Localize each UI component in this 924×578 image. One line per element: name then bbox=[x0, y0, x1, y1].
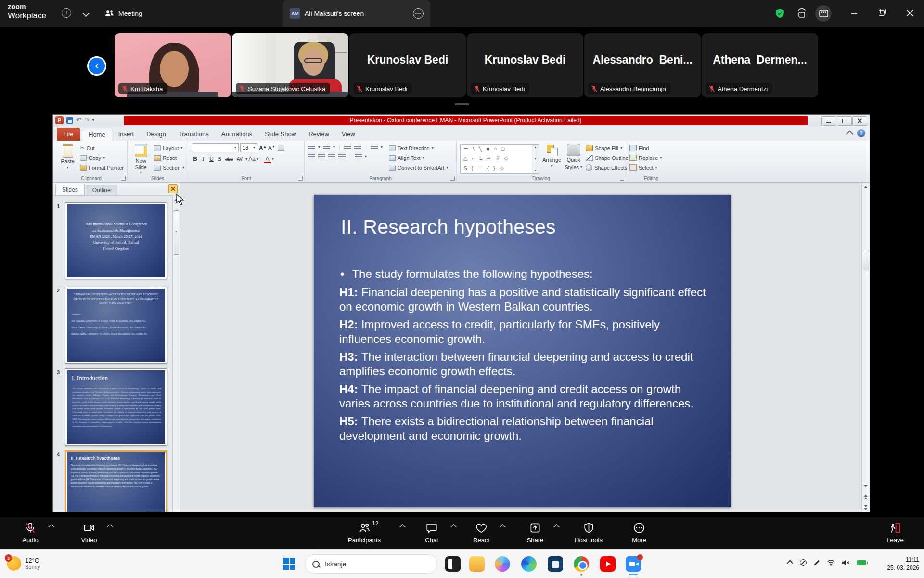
taskbar-app-copilot[interactable] bbox=[495, 556, 510, 572]
do-not-disturb-icon[interactable] bbox=[800, 559, 807, 566]
shapes-row-3[interactable]: S ( ⌒ { } ☆ bbox=[463, 165, 529, 172]
align-center-icon[interactable] bbox=[318, 154, 325, 159]
replace-button[interactable]: Replace▾ bbox=[629, 154, 662, 162]
chat-options-chevron[interactable] bbox=[450, 524, 457, 530]
shapes-row-1[interactable]: ▭ \ ╲ ■ ○ □ bbox=[463, 146, 529, 152]
collapse-strip-button[interactable]: ‹ bbox=[87, 56, 106, 76]
underline-button[interactable]: U bbox=[208, 155, 215, 163]
strip-drag-handle[interactable] bbox=[455, 103, 469, 105]
taskbar-app-file-explorer[interactable] bbox=[469, 556, 485, 572]
taskbar-clock[interactable]: 11:11 25. 03. 2026 bbox=[887, 556, 919, 572]
window-minimize-button[interactable] bbox=[851, 13, 857, 14]
select-button[interactable]: Select▾ bbox=[629, 163, 662, 171]
taskbar-app-youtube[interactable] bbox=[600, 556, 616, 572]
share-button[interactable]: Share bbox=[518, 521, 552, 544]
align-text-button[interactable]: Align Text▾ bbox=[389, 154, 448, 162]
video-tile-suzana[interactable]: Suzana Stojakovic Celustka bbox=[232, 33, 348, 97]
ppt-restore-button[interactable] bbox=[837, 116, 852, 126]
security-shield-icon[interactable] bbox=[775, 8, 785, 19]
shapes-gallery-scrollbar[interactable]: ▴ ▾ ▾ bbox=[532, 144, 539, 174]
taskbar-app-chrome[interactable] bbox=[574, 556, 589, 572]
scroll-down-icon[interactable]: ▾ bbox=[535, 157, 537, 161]
font-size-combobox[interactable]: 13▾ bbox=[240, 143, 257, 152]
video-tile-km-raksha[interactable]: Km Raksha bbox=[115, 33, 231, 97]
taskbar-app-edge[interactable] bbox=[521, 556, 537, 572]
ppt-titlebar[interactable]: P ↶ ↷ ▾ Presentation - Oxford conference… bbox=[53, 115, 870, 126]
cast-screen-icon[interactable] bbox=[796, 8, 807, 19]
name-tile-krunoslav-2[interactable]: Krunoslav Bedi Krunoslav Bedi bbox=[467, 33, 583, 97]
weather-widget[interactable]: 3 12°C Sunny bbox=[7, 556, 40, 571]
scroll-up-icon[interactable]: ▴ bbox=[535, 145, 537, 149]
editor-scrollbar-thumb[interactable] bbox=[863, 251, 869, 270]
share-options-chevron[interactable] bbox=[553, 524, 560, 530]
find-button[interactable]: Find bbox=[629, 144, 662, 152]
format-painter-button[interactable]: Format Painter bbox=[80, 163, 124, 171]
scroll-up-button[interactable] bbox=[863, 184, 868, 190]
shape-effects-button[interactable]: Shape Effects▾ bbox=[586, 163, 632, 171]
participants-button[interactable]: 12 Participants bbox=[343, 521, 386, 544]
align-left-icon[interactable] bbox=[308, 154, 315, 159]
slide-thumbnail-2[interactable]: 2 " FINANCIAL DEEPENING, ACCESS TO CREDI… bbox=[65, 287, 167, 364]
editor-scrollbar[interactable] bbox=[861, 183, 870, 512]
line-spacing-icon[interactable] bbox=[371, 144, 378, 150]
clear-formatting-icon[interactable] bbox=[278, 145, 284, 151]
gallery-more-icon[interactable]: ▾ bbox=[535, 169, 537, 172]
pen-icon[interactable] bbox=[814, 560, 820, 565]
align-right-icon[interactable] bbox=[328, 154, 335, 159]
taskbar-search[interactable]: Iskanje bbox=[305, 554, 437, 574]
shape-outline-button[interactable]: Shape Outline▾ bbox=[586, 154, 632, 162]
name-tile-krunoslav-1[interactable]: Krunoslav Bedi Krunoslav Bedi bbox=[349, 33, 466, 97]
qat-dropdown-icon[interactable]: ▾ bbox=[92, 118, 94, 122]
paragraph-dialog-launcher[interactable] bbox=[450, 176, 455, 181]
video-options-chevron[interactable] bbox=[107, 524, 113, 530]
shapes-gallery[interactable]: ▭ \ ╲ ■ ○ □ △ ⌐ L ⇨ ⇩ ◇ S ( ⌒ { } ☆ bbox=[460, 144, 532, 174]
decrease-indent-icon[interactable] bbox=[344, 144, 351, 150]
bold-button[interactable]: B bbox=[192, 155, 199, 163]
panel-close-button[interactable] bbox=[168, 184, 178, 193]
italic-button[interactable]: I bbox=[200, 155, 207, 163]
taskbar-app-widgets[interactable] bbox=[445, 556, 461, 572]
font-name-combobox[interactable]: ▾ bbox=[192, 143, 239, 152]
drawing-dialog-launcher[interactable] bbox=[620, 176, 624, 181]
slide-thumbnail-1[interactable]: 1 10th International Scientific Conferen… bbox=[65, 202, 167, 279]
save-icon[interactable] bbox=[66, 117, 73, 124]
help-icon[interactable]: ? bbox=[857, 129, 865, 137]
columns-icon[interactable] bbox=[355, 154, 362, 159]
powerpoint-app-icon[interactable]: P bbox=[55, 116, 64, 124]
chat-button[interactable]: Chat bbox=[415, 521, 449, 544]
tab-shared-screen[interactable]: AM Ali Maksuti's screen ••• bbox=[283, 0, 430, 27]
tab-meeting[interactable]: Meeting bbox=[99, 0, 148, 27]
window-close-button[interactable] bbox=[906, 9, 914, 17]
section-button[interactable]: Section▾ bbox=[154, 163, 184, 171]
name-tile-athena[interactable]: Athena Dermen... Athena Dermentzi bbox=[702, 33, 818, 97]
shrink-font-button[interactable]: A▼ bbox=[268, 143, 275, 153]
character-spacing-button[interactable]: AV bbox=[235, 155, 244, 163]
justify-icon[interactable] bbox=[338, 154, 346, 159]
window-restore-button[interactable] bbox=[879, 10, 885, 16]
host-tools-button[interactable]: Host tools bbox=[566, 521, 611, 544]
apps-grid-button[interactable] bbox=[815, 5, 832, 22]
layout-button[interactable]: Layout▾ bbox=[154, 144, 184, 152]
change-case-button[interactable]: Aa bbox=[248, 155, 256, 163]
minimize-ribbon-icon[interactable] bbox=[846, 131, 854, 138]
taskbar-app-zoom-active[interactable] bbox=[626, 556, 641, 572]
clipboard-dialog-launcher[interactable] bbox=[121, 176, 126, 181]
leave-button[interactable]: Leave bbox=[876, 521, 914, 544]
tab-transitions[interactable]: Transitions bbox=[172, 128, 215, 141]
current-slide-canvas[interactable]: II. Research hypotheses •The study formu… bbox=[314, 195, 731, 507]
shape-fill-button[interactable]: Shape Fill▾ bbox=[586, 144, 632, 152]
bullets-icon[interactable] bbox=[308, 144, 315, 150]
video-button[interactable]: Video bbox=[72, 521, 106, 544]
tab-slides[interactable]: Slides bbox=[55, 184, 85, 195]
copy-button[interactable]: Copy▾ bbox=[80, 154, 124, 162]
increase-indent-icon[interactable] bbox=[354, 144, 361, 150]
numbering-icon[interactable] bbox=[323, 144, 330, 150]
taskbar-app-store[interactable] bbox=[548, 556, 563, 572]
arrange-button[interactable]: Arrange ▾ bbox=[542, 143, 561, 168]
redo-icon[interactable]: ↷ bbox=[84, 117, 90, 123]
cut-button[interactable]: ✂Cut bbox=[80, 144, 124, 152]
wifi-icon[interactable] bbox=[827, 559, 835, 566]
slide-thumbnail-4-selected[interactable]: 4 II. Research hypotheses The study form… bbox=[65, 450, 167, 512]
previous-slide-button[interactable] bbox=[863, 493, 868, 500]
name-tile-alessandro[interactable]: Alessandro Beni... Alessandro Benincampi bbox=[584, 33, 701, 97]
